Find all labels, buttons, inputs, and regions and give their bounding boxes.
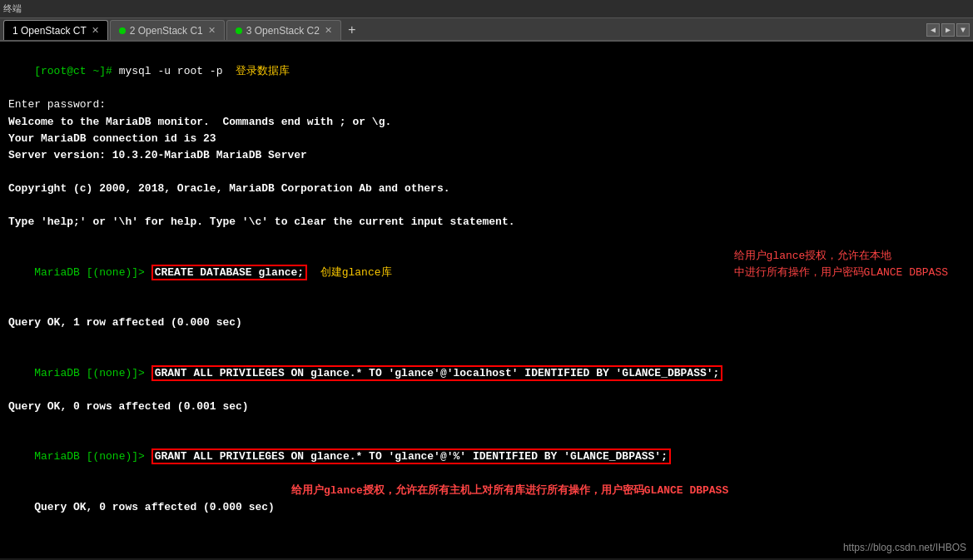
tab-prev-button[interactable]: ◀ [926, 23, 940, 37]
term-line-7: Type 'help;' or '\h' for help. Type '\c'… [8, 214, 965, 230]
annotation-grant-1-right: 给用户glance授权，允许在本地 中进行所有操作，用户密码GLANCE DBP… [734, 248, 948, 281]
terminal: [root@ct ~]# mysql -u root -p 登录数据库 Ente… [0, 42, 973, 558]
tab3-close[interactable]: ✕ [325, 25, 332, 36]
tab-next-button[interactable]: ▶ [941, 23, 955, 37]
create-db-cmd: CREATE DATABASE glance; [151, 265, 307, 280]
term-line-4: Your MariaDB connection id is 23 [8, 131, 965, 147]
prompt-1: [root@ct ~]# [34, 65, 118, 77]
tab-openstack-c2[interactable]: 3 OpenStack C2 ✕ [226, 20, 341, 40]
term-line-3: Welcome to the MariaDB monitor. Commands… [8, 114, 965, 131]
term-empty-2 [8, 197, 965, 214]
grant-all-cmd: GRANT ALL PRIVILEGES ON glance.* TO 'gla… [151, 448, 671, 464]
tab1-close[interactable]: ✕ [92, 25, 99, 36]
annotation-create-db: 创建glance库 [320, 266, 392, 279]
term-line-5: Server version: 10.3.20-MariaDB MariaDB … [8, 147, 965, 164]
term-empty-3 [8, 231, 965, 248]
term-create-db: MariaDB [(none)]> CREATE DATABASE glance… [8, 248, 965, 315]
tab2-close[interactable]: ✕ [208, 25, 216, 36]
title-bar-text: 终端 [3, 2, 22, 15]
tab-bar: 1 OpenStack CT ✕ 2 OpenStack C1 ✕ 3 Open… [0, 18, 973, 42]
mariadb-prompt-1: MariaDB [(none)]> [34, 266, 151, 279]
tab3-dot [236, 27, 242, 34]
term-empty-6 [8, 549, 965, 558]
term-create-db-result: Query OK, 1 row affected (0.000 sec) [8, 315, 965, 331]
tab1-label: 1 OpenStack CT [12, 25, 87, 37]
cmd-1: mysql -u root -p [119, 65, 223, 77]
tab-openstack-c1[interactable]: 2 OpenStack C1 ✕ [110, 20, 225, 40]
tab2-label: 2 OpenStack C1 [130, 25, 203, 37]
tab-nav: ◀ ▶ ▼ [926, 23, 970, 37]
term-line-2: Enter password: [8, 97, 965, 113]
term-grant-local: MariaDB [(none)]> GRANT ALL PRIVILEGES O… [8, 349, 965, 399]
mariadb-prompt-2: MariaDB [(none)]> [34, 367, 151, 379]
add-tab-button[interactable]: + [343, 22, 361, 40]
tab-menu-button[interactable]: ▼ [956, 23, 970, 37]
annotation-grant-all: 给用户glance授权，允许在所有主机上对所有库进行所有操作，用户密码GLANC… [291, 483, 728, 499]
term-empty-1 [8, 164, 965, 181]
tab2-dot [119, 27, 126, 34]
title-bar: 终端 [0, 0, 973, 18]
watermark: https://blog.csdn.net/IHBOS [843, 542, 966, 553]
tab3-label: 3 OpenStack C2 [246, 25, 320, 37]
term-grant-local-result: Query OK, 0 rows affected (0.001 sec) [8, 399, 965, 415]
grant-local-cmd: GRANT ALL PRIVILEGES ON glance.* TO 'gla… [151, 365, 723, 381]
term-empty-4 [8, 331, 965, 348]
annotation-login: 登录数据库 [236, 65, 290, 77]
term-grant-all-result: Query OK, 0 rows affected (0.000 sec) 给用… [8, 483, 965, 550]
term-line-1: [root@ct ~]# mysql -u root -p 登录数据库 [8, 47, 965, 97]
mariadb-prompt-3: MariaDB [(none)]> [34, 450, 151, 463]
term-grant-all: MariaDB [(none)]> GRANT ALL PRIVILEGES O… [8, 432, 965, 482]
term-empty-5 [8, 415, 965, 432]
tab-openstack-ct[interactable]: 1 OpenStack CT ✕ [3, 20, 108, 40]
term-line-6: Copyright (c) 2000, 2018, Oracle, MariaD… [8, 181, 965, 197]
